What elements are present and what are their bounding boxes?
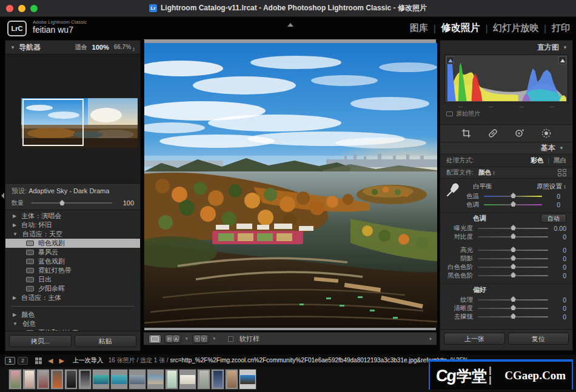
tone-slider-row[interactable]: 黑色色阶0: [440, 271, 572, 280]
toolbar-options-caret-icon[interactable]: ▾: [429, 336, 432, 342]
preset-item-row[interactable]: 日出: [5, 275, 140, 284]
slider-track[interactable]: [484, 204, 542, 205]
preset-group-row[interactable]: ▶主体：演唱会: [5, 211, 140, 221]
before-after-caret-icon[interactable]: ▾: [213, 336, 216, 341]
module-item[interactable]: 打印: [552, 22, 570, 34]
navigator-preview[interactable]: [5, 54, 140, 184]
secondary-screen-button[interactable]: 2: [18, 357, 28, 365]
slider-thumb[interactable]: [511, 201, 516, 207]
wb-slider-row[interactable]: 色温0: [446, 192, 566, 201]
white-balance-eyedropper-icon[interactable]: [445, 182, 461, 198]
navigator-crop-rect[interactable]: [22, 99, 84, 146]
filmstrip-thumbnail[interactable]: [179, 369, 196, 390]
slider-track[interactable]: [478, 308, 548, 309]
preset-item-row[interactable]: 夕阳余晖: [5, 284, 140, 293]
preset-item-row[interactable]: 蓝色戏剧: [5, 257, 140, 266]
treatment-color-option[interactable]: 彩色: [531, 156, 543, 165]
tone-slider-row[interactable]: 白色色阶0: [440, 263, 572, 271]
filmstrip-thumbnail[interactable]: [197, 369, 210, 390]
previous-button[interactable]: 上一张: [444, 333, 505, 345]
soft-proof-checkbox[interactable]: [228, 336, 233, 342]
preset-item-row[interactable]: 暗色戏剧: [5, 239, 140, 248]
filmstrip-thumbnail[interactable]: [165, 369, 178, 390]
filmstrip-thumbnail[interactable]: [36, 369, 50, 390]
preset-group-row[interactable]: ▼自适应：天空: [5, 230, 140, 239]
zoom-window-button[interactable]: [30, 5, 38, 12]
previous-photo-icon[interactable]: ◀: [48, 357, 53, 365]
reference-view-button[interactable]: R A: [164, 334, 181, 344]
treatment-bw-option[interactable]: 黑白: [554, 156, 566, 165]
presence-slider-row[interactable]: 清晰度0: [440, 304, 572, 313]
amount-slider-thumb[interactable]: [59, 200, 65, 205]
red-eye-tool-icon[interactable]: [514, 127, 526, 139]
slider-track[interactable]: [478, 236, 548, 238]
histogram-header[interactable]: 直方图 ▼: [440, 41, 572, 54]
white-balance-value[interactable]: 原照设置: [537, 182, 562, 191]
slider-track[interactable]: [478, 267, 548, 268]
preset-item-row[interactable]: 暴风云: [5, 248, 140, 257]
original-photo-row[interactable]: 原始照片: [440, 108, 572, 119]
filmstrip-thumbnail[interactable]: [50, 369, 64, 390]
module-active[interactable]: 修改照片: [441, 22, 480, 35]
filmstrip-status-text[interactable]: 上一次导入 16 张照片 / 选定 1 张 / src=http_%2F%2Fi…: [73, 356, 468, 365]
module-item[interactable]: 幻灯片放映: [493, 22, 538, 34]
auto-tone-button[interactable]: 自动: [541, 214, 566, 223]
filmstrip-thumbnail[interactable]: [147, 369, 164, 390]
filmstrip-thumbnail[interactable]: [78, 369, 92, 390]
top-panel-collapse-icon[interactable]: [287, 23, 293, 27]
slider-thumb[interactable]: [511, 296, 516, 302]
zoom-fit-option[interactable]: 适合: [75, 43, 87, 51]
grid-view-icon[interactable]: [35, 357, 42, 364]
wb-slider-row[interactable]: 色调0: [446, 201, 566, 209]
slider-track[interactable]: [478, 228, 548, 229]
slider-track[interactable]: [478, 258, 548, 259]
navigator-thumbnail[interactable]: [21, 98, 138, 148]
slider-thumb[interactable]: [511, 305, 516, 310]
copy-button[interactable]: 拷贝...: [9, 335, 72, 347]
slider-track[interactable]: [478, 316, 548, 317]
masking-tool-icon[interactable]: [540, 127, 552, 139]
highlight-clipping-indicator[interactable]: [558, 56, 566, 64]
tone-slider-row[interactable]: 对比度0: [440, 233, 572, 241]
filmstrip-thumbnail[interactable]: [92, 369, 110, 390]
slider-track[interactable]: [478, 250, 548, 251]
slider-track[interactable]: [478, 275, 548, 276]
filmstrip-thumbnail[interactable]: [211, 369, 224, 390]
presence-slider-row[interactable]: 纹理0: [440, 296, 572, 304]
white-balance-updown-icon[interactable]: ▲▼: [563, 184, 566, 189]
profile-value[interactable]: 颜色: [478, 168, 491, 177]
reference-caret-icon[interactable]: ▾: [186, 336, 188, 341]
filmstrip-thumbnail[interactable]: [8, 369, 22, 390]
minimize-window-button[interactable]: [18, 5, 25, 12]
slider-track[interactable]: [478, 299, 548, 301]
paste-button[interactable]: 粘贴: [75, 335, 137, 347]
preset-group-row[interactable]: ▶自适应：主体: [5, 293, 140, 302]
navigator-header[interactable]: ▼ 导航器 适合 100% 66.7%▲▼: [5, 41, 140, 54]
next-photo-icon[interactable]: ▶: [59, 357, 64, 365]
presence-slider-row[interactable]: 去朦胧0: [440, 313, 572, 321]
module-item[interactable]: 图库: [410, 22, 428, 34]
close-window-button[interactable]: [6, 5, 13, 12]
tone-slider-row[interactable]: 曝光度0.00: [440, 224, 572, 233]
preset-group-row[interactable]: ▶自动: 怀旧: [5, 221, 140, 230]
profile-updown-icon[interactable]: ▲▼: [492, 170, 495, 175]
slider-thumb[interactable]: [511, 255, 516, 261]
basic-panel-header[interactable]: 基本 ▼: [440, 142, 572, 154]
identity-plate[interactable]: Adobe Lightroom Classic feitian wu7: [33, 19, 87, 35]
profile-browser-icon[interactable]: [558, 169, 566, 176]
slider-thumb[interactable]: [511, 247, 516, 252]
tone-slider-row[interactable]: 阴影0: [440, 254, 572, 263]
crop-tool-icon[interactable]: [460, 127, 472, 139]
primary-screen-button[interactable]: 1: [5, 357, 15, 365]
main-photo[interactable]: [144, 43, 437, 328]
left-panel-collapse-icon[interactable]: [1, 193, 4, 199]
filmstrip-thumbnail[interactable]: [64, 369, 78, 390]
window-controls[interactable]: [6, 5, 38, 12]
slider-thumb[interactable]: [511, 272, 516, 277]
histogram-panel[interactable]: [444, 55, 568, 103]
zoom-100-option[interactable]: 100%: [92, 44, 109, 51]
filmstrip-thumbnail[interactable]: [129, 369, 146, 390]
before-after-button[interactable]: Y Y: [192, 334, 209, 344]
slider-thumb[interactable]: [511, 225, 516, 230]
amount-slider[interactable]: [31, 202, 112, 204]
